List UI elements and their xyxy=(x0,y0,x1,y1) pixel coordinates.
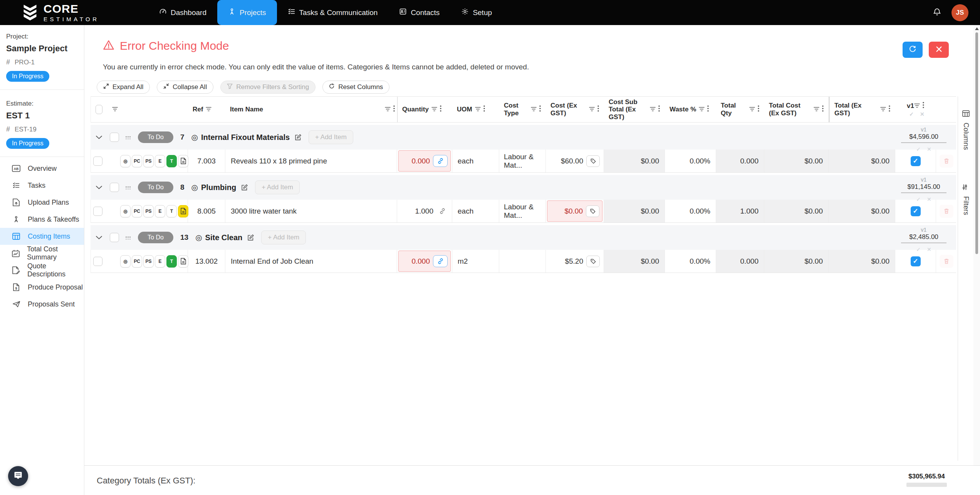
document-icon[interactable] xyxy=(178,155,188,167)
reject-all-icon[interactable]: ✕ xyxy=(920,111,925,117)
item-checkbox[interactable] xyxy=(93,207,102,216)
category-status-badge[interactable]: To Do xyxy=(138,182,173,193)
collapse-chevron-icon[interactable] xyxy=(96,186,102,189)
filter-icon[interactable] xyxy=(699,106,705,113)
v1-checkbox[interactable]: ✓ xyxy=(911,206,921,216)
chat-widget-button[interactable] xyxy=(8,466,28,486)
e-flag[interactable]: E xyxy=(155,205,165,217)
column-header-total-qty[interactable]: Total Qty xyxy=(716,97,764,122)
column-header-total-ex-gst-[interactable]: Total (Ex GST) xyxy=(829,97,895,122)
filter-icon[interactable] xyxy=(385,106,391,113)
column-header-waste-[interactable]: Waste % xyxy=(665,97,716,122)
drag-handle-icon[interactable] xyxy=(125,236,131,239)
column-header-cost-sub-total-ex-gst-[interactable]: Cost Sub Total (Ex GST) xyxy=(604,97,665,122)
kebab-menu-icon[interactable] xyxy=(393,105,395,114)
rate-tag-button[interactable] xyxy=(586,256,600,267)
nav-setup[interactable]: Setup xyxy=(450,0,503,25)
target-icon[interactable]: ◎ xyxy=(120,155,131,167)
ps-flag[interactable]: PS xyxy=(143,205,154,217)
target-icon[interactable]: ◎ xyxy=(120,255,131,268)
column-header-ref[interactable]: Ref xyxy=(188,97,225,122)
v1-checkbox[interactable]: ✓ xyxy=(911,256,921,266)
sidebar-item-costing-items[interactable]: Costing Items xyxy=(0,228,84,245)
trash-icon[interactable] xyxy=(940,155,953,168)
expand-all-button[interactable]: Expand All xyxy=(97,81,150,94)
filter-icon[interactable] xyxy=(650,106,656,113)
sidebar-item-overview[interactable]: ABOverview xyxy=(0,160,84,177)
cost-value[interactable]: $60.00 xyxy=(561,157,583,165)
user-avatar[interactable]: JS xyxy=(951,4,968,21)
filter-icon[interactable] xyxy=(749,106,755,113)
cost-value[interactable]: $0.00 xyxy=(564,207,583,216)
filters-panel-tab[interactable]: Filters xyxy=(958,184,973,215)
kebab-menu-icon[interactable] xyxy=(440,105,441,114)
takeoff-link-button[interactable] xyxy=(433,155,448,167)
filter-icon[interactable] xyxy=(206,106,211,113)
kebab-menu-icon[interactable] xyxy=(597,105,599,114)
add-item-button[interactable]: + Add Item xyxy=(261,231,306,244)
kebab-menu-icon[interactable] xyxy=(758,105,759,114)
quantity-value[interactable]: 1.000 xyxy=(415,207,433,216)
add-item-button[interactable]: + Add Item xyxy=(255,180,300,194)
ps-flag[interactable]: PS xyxy=(143,255,154,268)
category-checkbox[interactable] xyxy=(110,233,119,242)
filter-icon[interactable] xyxy=(589,106,595,113)
document-icon[interactable] xyxy=(178,205,188,217)
scroll-up-arrow-icon[interactable] xyxy=(975,27,979,30)
kebab-menu-icon[interactable] xyxy=(658,105,660,114)
nav-contacts[interactable]: Contacts xyxy=(388,0,450,25)
e-flag[interactable]: E xyxy=(155,255,165,268)
edit-category-icon[interactable] xyxy=(241,184,248,191)
target-icon[interactable]: ◎ xyxy=(120,205,131,217)
nav-dashboard[interactable]: Dashboard xyxy=(148,0,217,25)
cost-error-field[interactable]: $0.00 xyxy=(547,200,602,222)
column-header-quantity[interactable]: Quantity xyxy=(397,97,452,122)
sidebar-item-tasks[interactable]: Tasks xyxy=(0,177,84,194)
collapse-chevron-icon[interactable] xyxy=(96,236,102,239)
quantity-value[interactable]: 0.000 xyxy=(411,157,430,165)
app-logo[interactable]: CORE ESTIMATOR xyxy=(21,3,137,22)
sidebar-item-plans-takeoffs[interactable]: Plans & Takeoffs xyxy=(0,211,84,228)
category-checkbox[interactable] xyxy=(110,183,119,192)
column-header-v1[interactable]: v1✓✕ xyxy=(895,97,936,122)
nav-tasks-communication[interactable]: Tasks & Communication xyxy=(277,0,389,25)
kebab-menu-icon[interactable] xyxy=(822,105,824,114)
vertical-scrollbar[interactable] xyxy=(973,25,980,495)
target-icon[interactable]: ◎ xyxy=(191,184,198,191)
filter-icon[interactable] xyxy=(814,106,819,113)
column-header-item-name[interactable]: Item Name xyxy=(225,97,397,122)
collapse-chevron-icon[interactable] xyxy=(96,136,102,139)
pc-flag[interactable]: PC xyxy=(132,205,142,217)
column-header-uom[interactable]: UOM xyxy=(452,97,499,122)
quantity-error-field[interactable]: 0.000 xyxy=(398,251,451,272)
kebab-menu-icon[interactable] xyxy=(707,105,709,114)
t-flag[interactable]: T xyxy=(166,155,177,167)
column-header-cost-type[interactable]: Cost Type xyxy=(499,97,546,122)
edit-category-icon[interactable] xyxy=(247,234,254,241)
target-icon[interactable]: ◎ xyxy=(195,234,202,241)
drag-handle-icon[interactable] xyxy=(125,186,131,189)
edit-category-icon[interactable] xyxy=(294,134,302,141)
kebab-menu-icon[interactable] xyxy=(483,105,485,114)
quantity-error-field[interactable]: 0.000 xyxy=(398,150,451,172)
filter-icon[interactable] xyxy=(475,106,481,113)
refresh-button[interactable] xyxy=(903,42,923,58)
pc-flag[interactable]: PC xyxy=(132,155,142,167)
trash-icon[interactable] xyxy=(940,255,953,268)
column-header-total-cost-ex-gst-[interactable]: Total Cost (Ex GST) xyxy=(764,97,829,122)
remove-filters-sorting-button[interactable]: Remove Filters & Sorting xyxy=(220,81,315,94)
quantity-field[interactable]: 1.000 xyxy=(398,200,451,222)
filter-icon[interactable] xyxy=(880,106,886,113)
category-checkbox[interactable] xyxy=(110,133,119,142)
reset-columns-button[interactable]: Reset Columns xyxy=(322,81,389,94)
cost-value[interactable]: $5.20 xyxy=(565,257,583,266)
target-icon[interactable]: ◎ xyxy=(191,133,198,141)
category-status-badge[interactable]: To Do xyxy=(138,131,173,143)
item-checkbox[interactable] xyxy=(93,157,102,166)
cost-field[interactable]: $60.00 xyxy=(547,150,602,172)
rate-tag-button[interactable] xyxy=(586,155,600,167)
approve-all-icon[interactable]: ✓ xyxy=(909,111,914,117)
sidebar-item-produce-proposal[interactable]: $Produce Proposal xyxy=(0,279,84,296)
filter-icon[interactable] xyxy=(431,106,437,113)
v1-checkbox[interactable]: ✓ xyxy=(911,156,921,166)
